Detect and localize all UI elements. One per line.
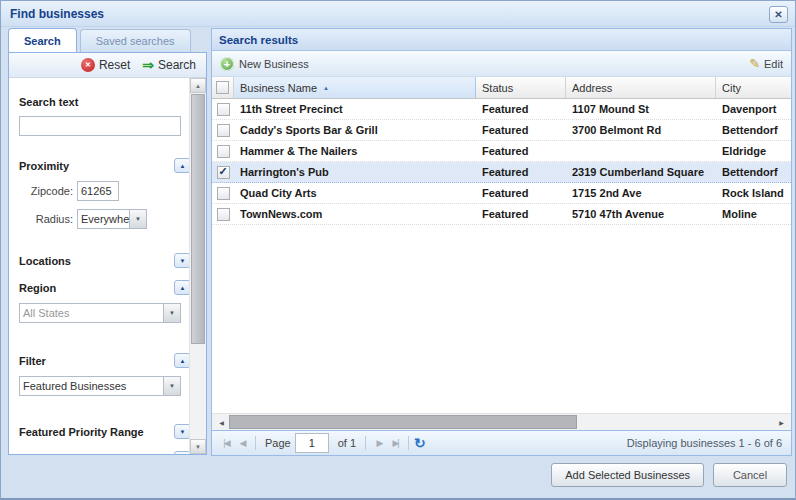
collapse-icon: ▲	[180, 358, 186, 364]
vertical-scrollbar-thumb[interactable]	[191, 94, 205, 344]
edit-button[interactable]: ✎ Edit	[749, 57, 783, 70]
form-vertical-scrollbar[interactable]: ▲ ▼	[189, 78, 206, 454]
page-number-input[interactable]	[295, 433, 329, 453]
proximity-section-header: Proximity ▲	[19, 158, 191, 173]
column-header-status[interactable]: Status	[476, 77, 566, 98]
tab-saved-searches[interactable]: Saved searches	[80, 29, 191, 52]
collapse-icon: ▲	[180, 285, 186, 291]
status-cell: Featured	[476, 124, 566, 136]
search-form-toolbar: ✕ Reset ⇒ Search	[9, 53, 206, 78]
scroll-down-icon[interactable]: ▼	[190, 439, 206, 454]
status-cell: Featured	[476, 145, 566, 157]
find-businesses-dialog: Find businesses ✕ Search Saved searches …	[0, 0, 796, 500]
last-page-button[interactable]: ▶|	[387, 438, 403, 448]
edit-pencil-icon: ✎	[749, 57, 760, 70]
region-combo[interactable]: All States ▼	[19, 303, 181, 323]
table-row[interactable]: 11th Street Precinct Featured 1107 Mound…	[212, 99, 791, 120]
collapse-icon: ▲	[180, 163, 186, 169]
status-cell: Featured	[476, 187, 566, 199]
featured-priority-range-section-header: Featured Priority Range ▼	[19, 424, 191, 439]
close-button[interactable]: ✕	[769, 6, 788, 23]
dialog-titlebar: Find businesses	[1, 1, 795, 27]
zipcode-input[interactable]	[77, 181, 119, 201]
column-header-address[interactable]: Address	[566, 77, 716, 98]
expand-icon: ▼	[180, 429, 186, 435]
featured-priority-range-label: Featured Priority Range	[19, 426, 144, 438]
first-page-button[interactable]: |◀	[218, 438, 234, 448]
row-checkbox[interactable]	[217, 208, 230, 221]
scroll-up-icon[interactable]: ▲	[190, 78, 206, 93]
expand-icon: ▼	[180, 258, 186, 264]
locations-label: Locations	[19, 255, 71, 267]
grid-horizontal-scrollbar[interactable]: ◀ ▶	[212, 413, 791, 430]
address-cell: 1107 Mound St	[566, 103, 716, 115]
proximity-label: Proximity	[19, 160, 69, 172]
horizontal-scrollbar-thumb[interactable]	[229, 415, 577, 429]
address-cell: 5710 47th Avenue	[566, 208, 716, 220]
filter-dropdown-arrow-icon[interactable]: ▼	[163, 377, 180, 395]
toolbar-separator	[255, 436, 256, 450]
filter-label: Filter	[19, 355, 46, 367]
page-of-label: of 1	[338, 437, 356, 449]
row-checkbox[interactable]	[217, 103, 230, 116]
row-checkbox[interactable]	[217, 166, 230, 179]
table-row[interactable]: Harrington's Pub Featured 2319 Cumberlan…	[212, 162, 791, 183]
cancel-button[interactable]: Cancel	[713, 463, 787, 487]
dialog-title: Find businesses	[10, 7, 104, 21]
table-row[interactable]: TownNews.com Featured 5710 47th Avenue M…	[212, 204, 791, 225]
city-cell: Rock Island	[716, 187, 791, 199]
radius-row: Radius: Everywhere ▼	[19, 209, 206, 229]
refresh-icon[interactable]: ↻	[414, 436, 426, 450]
grid-header-row: Business Name ▲ Status Address City	[212, 77, 791, 99]
scroll-right-icon[interactable]: ▶	[774, 415, 789, 430]
zipcode-row: Zipcode:	[19, 181, 206, 201]
search-text-input[interactable]	[19, 116, 181, 136]
page-label: Page	[265, 437, 291, 449]
column-header-city[interactable]: City	[716, 77, 791, 98]
scroll-left-icon[interactable]: ◀	[214, 415, 229, 430]
region-section-header: Region ▲	[19, 280, 191, 295]
close-icon: ✕	[774, 9, 782, 20]
table-row[interactable]: Caddy's Sports Bar & Grill Featured 3700…	[212, 120, 791, 141]
tab-saved-searches-label: Saved searches	[96, 35, 175, 47]
paging-toolbar: |◀ ◀ Page of 1 ▶ ▶| ↻ Displaying busines…	[212, 430, 791, 455]
paging-status-text: Displaying businesses 1 - 6 of 6	[627, 437, 785, 449]
search-button[interactable]: ⇒ Search	[142, 58, 196, 72]
new-business-button[interactable]: + New Business	[220, 57, 309, 71]
radius-dropdown-arrow-icon[interactable]: ▼	[129, 210, 146, 228]
add-selected-businesses-button[interactable]: Add Selected Businesses	[551, 463, 704, 487]
reset-icon: ✕	[81, 58, 95, 72]
region-value: All States	[20, 304, 163, 322]
tab-strip: Search Saved searches	[8, 28, 191, 52]
row-checkbox[interactable]	[217, 145, 230, 158]
region-dropdown-arrow-icon[interactable]: ▼	[163, 304, 180, 322]
row-checkbox[interactable]	[217, 124, 230, 137]
search-results-panel: Search results + New Business ✎ Edit Bus…	[211, 28, 792, 456]
select-all-checkbox[interactable]	[216, 81, 229, 94]
address-cell: 3700 Belmont Rd	[566, 124, 716, 136]
business-name-cell: Quad City Arts	[234, 187, 476, 199]
column-header-business-name[interactable]: Business Name ▲	[234, 77, 476, 98]
reset-button[interactable]: ✕ Reset	[81, 58, 130, 72]
business-name-cell: 11th Street Precinct	[234, 103, 476, 115]
city-cell: Bettendorf	[716, 166, 791, 178]
search-text-label: Search text	[19, 96, 206, 108]
new-business-label: New Business	[239, 58, 309, 70]
results-panel-header: Search results	[212, 29, 791, 51]
business-name-cell: Harrington's Pub	[234, 166, 476, 178]
select-all-checkbox-cell	[212, 77, 234, 98]
filter-value: Featured Businesses	[20, 377, 163, 395]
table-row[interactable]: Quad City Arts Featured 1715 2nd Ave Roc…	[212, 183, 791, 204]
row-checkbox[interactable]	[217, 187, 230, 200]
radius-value: Everywhere	[78, 210, 129, 228]
next-page-button[interactable]: ▶	[371, 438, 387, 448]
radius-combo[interactable]: Everywhere ▼	[77, 209, 147, 229]
status-cell: Featured	[476, 166, 566, 178]
tab-search[interactable]: Search	[8, 28, 77, 52]
table-row[interactable]: Hammer & The Nailers Featured Eldridge	[212, 141, 791, 162]
add-icon: +	[220, 57, 234, 71]
status-cell: Featured	[476, 208, 566, 220]
zipcode-label: Zipcode:	[19, 185, 73, 197]
filter-combo[interactable]: Featured Businesses ▼	[19, 376, 181, 396]
prev-page-button[interactable]: ◀	[234, 438, 250, 448]
